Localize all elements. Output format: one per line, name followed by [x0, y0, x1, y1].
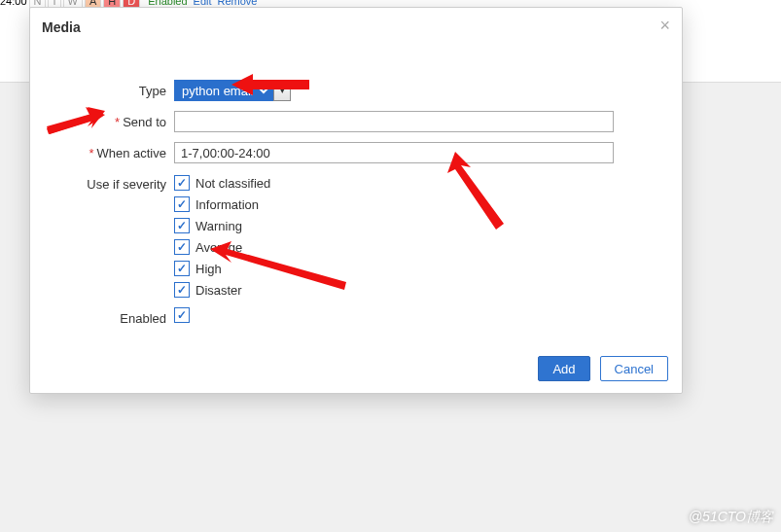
modal-title: Media — [42, 19, 81, 35]
media-modal: Media × Type python email ▾ *Send to *Wh… — [29, 7, 683, 394]
type-select[interactable]: python email ▾ — [174, 80, 291, 101]
severity-information[interactable]: ✓Information — [174, 196, 270, 212]
close-icon[interactable]: × — [659, 16, 670, 36]
severity-disaster[interactable]: ✓Disaster — [174, 282, 270, 298]
severity-option-label: Disaster — [195, 283, 242, 298]
enabled-label: Enabled — [30, 307, 174, 326]
send-to-label: *Send to — [30, 111, 174, 129]
checkbox-icon[interactable]: ✓ — [174, 218, 190, 233]
checkbox-icon[interactable]: ✓ — [174, 239, 190, 255]
send-to-input[interactable] — [174, 111, 614, 132]
bg-remove-link[interactable]: Remove — [218, 0, 258, 7]
when-active-input[interactable] — [174, 142, 614, 163]
severity-option-label: High — [195, 262, 222, 276]
checkbox-icon[interactable]: ✓ — [174, 261, 190, 276]
bg-enabled: Enabled — [148, 0, 187, 7]
severity-average[interactable]: ✓Average — [174, 239, 270, 255]
when-active-label: *When active — [30, 142, 174, 160]
severity-high[interactable]: ✓High — [174, 261, 270, 276]
severity-not-classified[interactable]: ✓Not classified — [174, 175, 270, 191]
required-marker: * — [115, 115, 120, 129]
chevron-down-icon[interactable]: ▾ — [273, 80, 291, 101]
type-label: Type — [30, 80, 174, 98]
checkbox-icon[interactable]: ✓ — [174, 196, 190, 212]
cancel-button[interactable]: Cancel — [600, 356, 668, 381]
severity-option-label: Information — [195, 197, 259, 212]
severity-warning[interactable]: ✓Warning — [174, 218, 270, 233]
required-marker: * — [89, 146, 93, 160]
media-form: Type python email ▾ *Send to *When activ… — [30, 80, 682, 336]
severity-option-label: Warning — [195, 219, 242, 233]
severity-option-label: Not classified — [195, 176, 270, 191]
bg-edit-link[interactable]: Edit — [194, 0, 212, 7]
add-button[interactable]: Add — [538, 356, 589, 381]
severity-option-label: Average — [195, 240, 242, 255]
watermark: @51CTO博客 — [689, 509, 773, 526]
checkbox-icon[interactable]: ✓ — [174, 175, 190, 191]
severity-group: ✓Not classified ✓Information ✓Warning ✓A… — [174, 173, 270, 298]
checkbox-icon[interactable]: ✓ — [174, 282, 190, 298]
bg-time: 24:00 — [0, 0, 27, 7]
severity-label: Use if severity — [30, 173, 174, 192]
enabled-checkbox[interactable]: ✓ — [174, 307, 190, 323]
type-select-field[interactable]: python email — [174, 80, 273, 101]
